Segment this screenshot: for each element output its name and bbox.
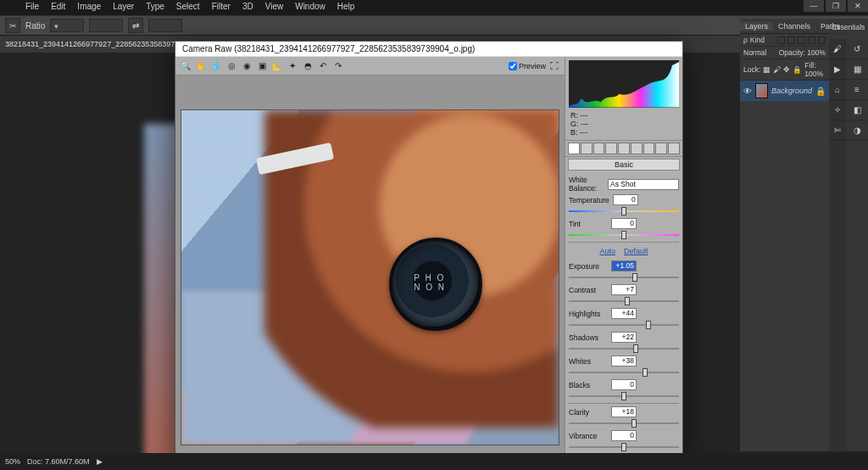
exposure-value[interactable]: +1.05: [611, 260, 637, 271]
target-adjust-icon[interactable]: ◉: [240, 59, 253, 73]
filter-pixel-icon[interactable]: [777, 36, 785, 44]
swatches-icon[interactable]: ▦: [846, 59, 868, 80]
menu-layer[interactable]: Layer: [113, 2, 134, 11]
vibrance-value[interactable]: 0: [611, 430, 637, 441]
menu-filter[interactable]: Filter: [212, 2, 231, 11]
adjustments-icon[interactable]: ◑: [846, 120, 868, 141]
opacity-value[interactable]: 100%: [807, 48, 826, 57]
filter-type-icon[interactable]: [798, 36, 805, 44]
blacks-slider[interactable]: [569, 392, 679, 400]
ratio-dropdown[interactable]: ▾: [50, 19, 84, 32]
hsl-tab-icon[interactable]: [605, 143, 617, 154]
actions-icon[interactable]: ▶: [829, 59, 846, 80]
crop-tool-icon[interactable]: ▣: [255, 59, 269, 73]
filter-adjust-icon[interactable]: [787, 36, 795, 44]
shadows-slider[interactable]: [569, 344, 679, 353]
menu-image[interactable]: Image: [77, 2, 101, 11]
rotate-cw-icon[interactable]: ↷: [331, 59, 345, 73]
cr-preview-image[interactable]: [181, 109, 559, 445]
detail-tab-icon[interactable]: [593, 143, 605, 154]
menu-3d[interactable]: 3D: [242, 2, 253, 11]
menu-file[interactable]: File: [25, 2, 39, 11]
lock-all-icon[interactable]: 🔒: [793, 65, 802, 74]
histogram[interactable]: [569, 60, 679, 108]
vibrance-slider[interactable]: [569, 443, 679, 451]
menu-edit[interactable]: Edit: [51, 2, 65, 11]
close-button[interactable]: ✕: [848, 0, 868, 12]
calib-tab-icon[interactable]: [655, 143, 667, 154]
clarity-slider[interactable]: [569, 419, 679, 428]
filter-smart-icon[interactable]: [818, 36, 826, 44]
lock-pixels-icon[interactable]: 🖌: [773, 65, 781, 74]
preview-checkbox[interactable]: Preview: [509, 62, 546, 70]
rotate-ccw-icon[interactable]: ↶: [316, 59, 330, 73]
status-zoom[interactable]: 50%: [5, 457, 20, 466]
maximize-button[interactable]: ❐: [826, 0, 846, 12]
blacks-value[interactable]: 0: [611, 379, 637, 390]
menu-type[interactable]: Type: [146, 2, 164, 11]
color-icon[interactable]: ◧: [846, 100, 868, 120]
blend-mode-dropdown[interactable]: Normal: [743, 48, 766, 57]
menu-view[interactable]: View: [265, 2, 284, 11]
clarity-value[interactable]: +18: [611, 406, 637, 417]
menu-select[interactable]: Select: [176, 2, 200, 11]
tab-paths[interactable]: Paths: [815, 22, 845, 31]
visibility-icon[interactable]: 👁: [743, 87, 752, 96]
lens-tab-icon[interactable]: [631, 143, 643, 154]
hand-tool-icon[interactable]: ✋: [194, 59, 208, 73]
presets-tab-icon[interactable]: [668, 143, 680, 154]
status-play-icon[interactable]: ▶: [97, 457, 103, 466]
swap-icon[interactable]: ⇄: [128, 18, 143, 33]
fill-value[interactable]: 100%: [804, 70, 823, 78]
shadows-value[interactable]: +22: [611, 332, 637, 343]
kind-dropdown[interactable]: Kind: [750, 36, 765, 44]
layer-name[interactable]: Background: [771, 87, 812, 95]
fx-tab-icon[interactable]: [643, 143, 655, 154]
lock-transparent-icon[interactable]: ▦: [763, 65, 771, 74]
filter-shape-icon[interactable]: [808, 36, 815, 44]
status-doc-size[interactable]: Doc: 7.60M/7.60M: [27, 457, 90, 466]
tint-slider[interactable]: [569, 231, 679, 239]
temperature-slider[interactable]: [569, 207, 679, 215]
sampler-tool-icon[interactable]: ◎: [225, 59, 238, 73]
zoom-tool-icon[interactable]: 🔍: [179, 59, 192, 73]
temperature-value[interactable]: 0: [613, 194, 638, 205]
menu-window[interactable]: Window: [295, 2, 326, 11]
preview-toggle[interactable]: [509, 62, 517, 70]
crop-tool-icon[interactable]: ✂: [5, 18, 20, 33]
history-icon[interactable]: ↺: [846, 39, 868, 59]
window-controls: — ❐ ✕: [802, 0, 868, 15]
contrast-value[interactable]: +7: [611, 284, 637, 295]
fullscreen-icon[interactable]: ⛶: [548, 59, 561, 73]
auto-link[interactable]: Auto: [599, 247, 615, 255]
whites-slider[interactable]: [569, 368, 679, 377]
curve-tab-icon[interactable]: [581, 143, 593, 154]
default-link[interactable]: Default: [624, 247, 648, 255]
lock-position-icon[interactable]: ✥: [783, 65, 790, 74]
libraries-icon[interactable]: ≡: [846, 80, 868, 100]
menu-help[interactable]: Help: [337, 2, 355, 11]
redeye-tool-icon[interactable]: ◓: [301, 59, 314, 73]
tab-layers[interactable]: Layers: [740, 22, 773, 31]
styles-icon[interactable]: ✧: [829, 100, 846, 120]
tint-value[interactable]: 0: [611, 218, 637, 229]
exposure-slider[interactable]: [569, 273, 679, 282]
minimize-button[interactable]: —: [804, 0, 824, 12]
highlights-slider[interactable]: [569, 321, 679, 329]
properties-icon[interactable]: ⌂: [829, 80, 846, 100]
wb-tool-icon[interactable]: 💧: [209, 59, 223, 73]
straighten-tool-icon[interactable]: 📐: [270, 59, 284, 73]
split-tab-icon[interactable]: [618, 143, 630, 154]
contrast-slider[interactable]: [569, 297, 679, 305]
tab-channels[interactable]: Channels: [773, 22, 815, 31]
ratio-h-field[interactable]: [148, 19, 182, 32]
basic-tab-icon[interactable]: [568, 143, 580, 154]
ratio-w-field[interactable]: [89, 19, 123, 32]
scissors-icon[interactable]: ✄: [829, 120, 846, 141]
whites-value[interactable]: +38: [611, 355, 637, 366]
brush-presets-icon[interactable]: 🖌: [829, 39, 846, 59]
layer-row-background[interactable]: 👁 Background 🔒: [740, 81, 829, 101]
highlights-value[interactable]: +44: [611, 308, 637, 319]
spot-tool-icon[interactable]: ✦: [286, 59, 299, 73]
wb-dropdown[interactable]: As Shot: [608, 179, 679, 190]
